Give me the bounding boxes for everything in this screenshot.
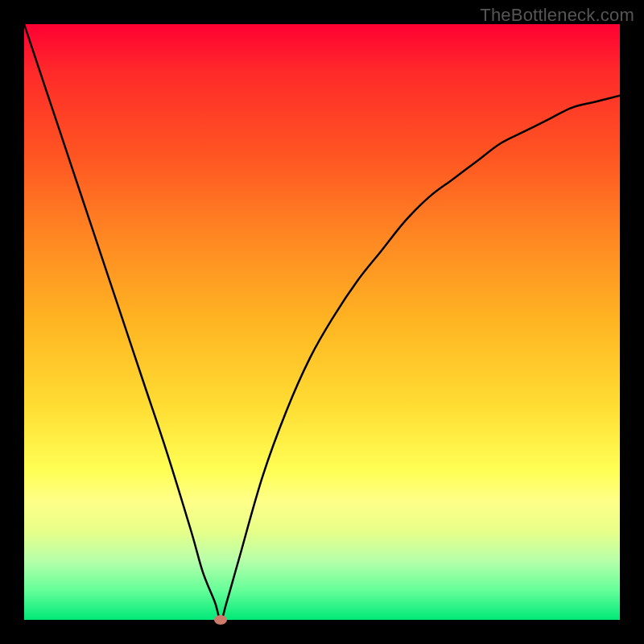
plot-area bbox=[24, 24, 620, 620]
chart-frame: TheBottleneck.com bbox=[0, 0, 644, 644]
optimal-point-marker bbox=[214, 615, 227, 625]
bottleneck-curve bbox=[24, 24, 620, 620]
watermark-text: TheBottleneck.com bbox=[480, 5, 634, 26]
